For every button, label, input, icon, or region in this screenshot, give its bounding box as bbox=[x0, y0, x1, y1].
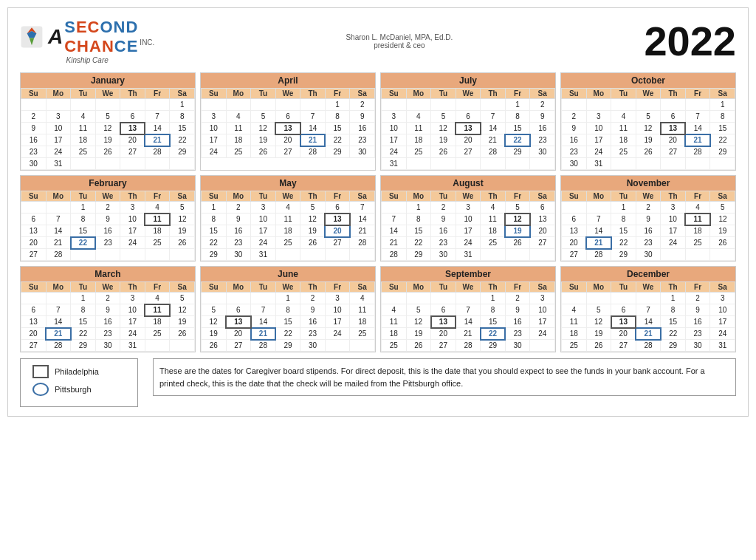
cal-day: 19 bbox=[586, 328, 611, 340]
cal-day: 13 bbox=[21, 225, 47, 237]
cal-day: 11 bbox=[685, 214, 710, 225]
cal-day: 19 bbox=[300, 225, 326, 237]
cal-day: 28 bbox=[300, 146, 326, 158]
cal-day: 6 bbox=[21, 214, 47, 225]
cal-day: 23 bbox=[300, 328, 326, 340]
cal-day: 27 bbox=[530, 237, 555, 249]
cal-day: 23 bbox=[95, 237, 120, 249]
cal-day: 29 bbox=[202, 249, 227, 261]
cal-day: 20 bbox=[120, 134, 145, 146]
weekday-header: Mo bbox=[586, 89, 611, 99]
cal-table-august: SuMoTuWeThFrSa12345678910111213141516171… bbox=[381, 191, 555, 261]
cal-empty bbox=[710, 158, 735, 170]
cal-empty bbox=[21, 293, 47, 304]
cal-empty bbox=[481, 158, 506, 170]
legend-pittsburgh: Pittsburgh bbox=[32, 383, 126, 396]
weekday-header: Sa bbox=[710, 191, 735, 202]
weekday-header: Sa bbox=[530, 282, 555, 293]
cal-empty bbox=[710, 249, 735, 261]
cal-day: 5 bbox=[170, 293, 195, 304]
cal-day: 16 bbox=[95, 316, 120, 328]
cal-day: 10 bbox=[661, 214, 686, 225]
cal-day: 29 bbox=[710, 146, 735, 158]
cal-day: 7 bbox=[350, 202, 375, 214]
cal-empty bbox=[46, 202, 71, 214]
cal-day: 21 bbox=[685, 134, 710, 146]
cal-day: 21 bbox=[145, 134, 170, 146]
cal-day: 8 bbox=[611, 214, 636, 225]
cal-day: 12 bbox=[406, 316, 431, 328]
cal-empty bbox=[145, 249, 170, 261]
cal-empty bbox=[611, 158, 636, 170]
cal-day: 8 bbox=[275, 304, 300, 316]
cal-empty bbox=[350, 340, 375, 352]
cal-day: 19 bbox=[406, 328, 431, 340]
cal-day: 25 bbox=[226, 146, 251, 158]
cal-day: 24 bbox=[120, 237, 145, 249]
cal-day: 21 bbox=[350, 225, 375, 237]
cal-day: 15 bbox=[71, 225, 96, 237]
calendar-december: DecemberSuMoTuWeThFrSa123456789101112131… bbox=[560, 266, 736, 352]
cal-day: 11 bbox=[481, 214, 506, 225]
cal-day: 9 bbox=[350, 111, 375, 123]
cal-day: 28 bbox=[46, 340, 71, 352]
cal-day: 30 bbox=[636, 249, 661, 261]
logo-area: A SECOND CHANCE INC. Kinship Care bbox=[20, 18, 154, 64]
weekday-header: We bbox=[275, 89, 300, 99]
weekday-header: Th bbox=[661, 191, 686, 202]
cal-day: 14 bbox=[251, 316, 276, 328]
cal-day: 13 bbox=[530, 214, 555, 225]
calendar-september: SeptemberSuMoTuWeThFrSa12345678910111213… bbox=[380, 266, 556, 352]
weekday-header: Fr bbox=[685, 282, 710, 293]
cal-day: 6 bbox=[611, 304, 636, 316]
cal-day: 11 bbox=[406, 123, 431, 134]
cal-day: 22 bbox=[202, 237, 227, 249]
cal-day: 24 bbox=[120, 328, 145, 340]
weekday-header: Fr bbox=[685, 191, 710, 202]
cal-day: 5 bbox=[95, 111, 120, 123]
weekday-header: Th bbox=[661, 282, 686, 293]
weekday-header: We bbox=[95, 89, 120, 99]
logo-second: SECOND bbox=[64, 18, 138, 37]
weekday-header: Mo bbox=[586, 282, 611, 293]
cal-day: 15 bbox=[661, 316, 686, 328]
cal-day: 29 bbox=[325, 146, 350, 158]
month-header-june: June bbox=[201, 267, 375, 281]
cal-day: 1 bbox=[202, 202, 227, 214]
cal-day: 28 bbox=[586, 249, 611, 261]
cal-day: 18 bbox=[406, 134, 431, 146]
cal-empty bbox=[145, 340, 170, 352]
cal-day: 6 bbox=[661, 111, 686, 123]
cal-day: 28 bbox=[382, 249, 407, 261]
cal-day: 4 bbox=[406, 111, 431, 123]
cal-day: 1 bbox=[481, 293, 506, 304]
cal-day: 7 bbox=[46, 304, 71, 316]
cal-day: 16 bbox=[95, 225, 120, 237]
cal-day: 26 bbox=[300, 237, 326, 249]
cal-day: 17 bbox=[661, 225, 686, 237]
weekday-header: Tu bbox=[251, 282, 276, 293]
weekday-header: We bbox=[636, 89, 661, 99]
cal-day: 3 bbox=[456, 202, 481, 214]
cal-day: 7 bbox=[481, 111, 506, 123]
cal-day: 22 bbox=[611, 237, 636, 249]
cal-day: 28 bbox=[685, 146, 710, 158]
cal-day: 27 bbox=[21, 249, 47, 261]
cal-day: 17 bbox=[120, 225, 145, 237]
cal-day: 25 bbox=[611, 146, 636, 158]
cal-day: 23 bbox=[636, 237, 661, 249]
cal-day: 5 bbox=[251, 111, 276, 123]
cal-empty bbox=[275, 249, 300, 261]
cal-day: 24 bbox=[530, 328, 555, 340]
cal-empty bbox=[636, 158, 661, 170]
cal-day: 6 bbox=[120, 111, 145, 123]
cal-day: 1 bbox=[325, 99, 350, 111]
cal-day: 19 bbox=[636, 134, 661, 146]
weekday-header: Th bbox=[481, 191, 506, 202]
cal-table-october: SuMoTuWeThFrSa12345678910111213141516171… bbox=[561, 88, 735, 170]
cal-day: 16 bbox=[562, 134, 587, 146]
cal-day: 17 bbox=[46, 134, 71, 146]
cal-day: 17 bbox=[456, 225, 481, 237]
cal-empty bbox=[586, 202, 611, 214]
cal-day: 2 bbox=[350, 99, 375, 111]
